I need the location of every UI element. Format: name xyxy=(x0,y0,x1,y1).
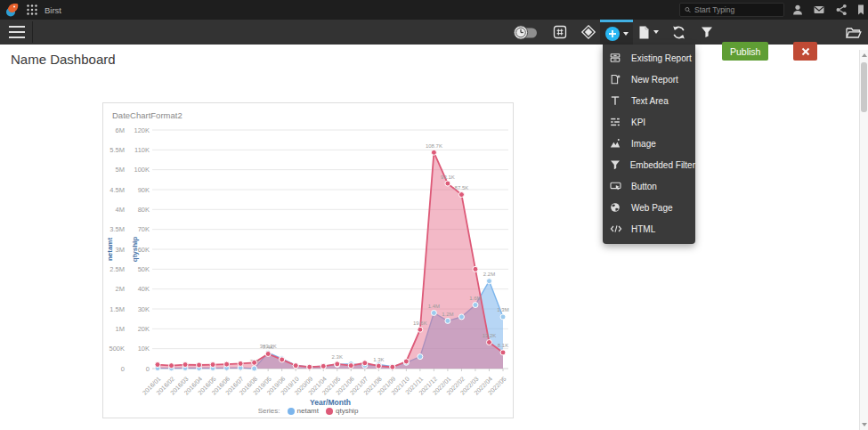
series-qtyship-area xyxy=(158,152,503,369)
add-element-menu: Existing ReportNew ReportText AreaKPIIma… xyxy=(603,45,695,244)
close-icon xyxy=(801,47,810,56)
point-qtyship xyxy=(293,363,298,369)
hamburger-menu-icon[interactable] xyxy=(9,26,25,38)
preview-toggle-button[interactable] xyxy=(510,20,540,45)
menu-item-html[interactable]: HTML xyxy=(603,218,695,239)
point-qtyship xyxy=(500,350,506,355)
new-report-icon xyxy=(610,74,624,85)
point-qtyship xyxy=(431,150,436,155)
point-qtyship xyxy=(473,266,478,272)
page-icon xyxy=(637,25,650,40)
refresh-button[interactable] xyxy=(667,20,690,45)
point-netamt xyxy=(418,354,423,360)
add-element-button[interactable] xyxy=(600,20,633,45)
point-qtyship xyxy=(418,327,423,332)
legend-prefix: Series: xyxy=(258,407,280,415)
point-netamt xyxy=(486,279,491,284)
left-axis-tick: 1.5M xyxy=(110,305,125,313)
point-label: 108.7K xyxy=(426,143,442,149)
diamond-icon xyxy=(580,24,596,40)
menu-item-label: Embedded Filter xyxy=(630,160,695,170)
right-axis-tick: 50K xyxy=(138,265,150,273)
legend-dot-netamt xyxy=(288,408,295,415)
point-netamt xyxy=(458,314,464,320)
point-qtyship xyxy=(486,340,491,345)
left-axis-tick: 4.5M xyxy=(110,186,125,194)
left-axis-tick: 5.5M xyxy=(110,146,125,154)
vertical-scrollbar[interactable] xyxy=(859,50,868,430)
right-axis-tick: 40K xyxy=(138,285,150,293)
menu-item-kpi[interactable]: KPI xyxy=(603,111,695,133)
menu-item-button[interactable]: Button xyxy=(603,175,695,197)
filter-button[interactable] xyxy=(695,20,718,45)
button-icon xyxy=(610,181,624,191)
point-label: 1.2M xyxy=(442,312,453,317)
point-qtyship xyxy=(280,357,285,362)
point-label: 7.4K xyxy=(263,345,273,350)
left-axis-tick: 2M xyxy=(116,285,125,293)
point-qtyship xyxy=(183,362,188,368)
number-format-button[interactable] xyxy=(548,20,572,45)
menu-item-image[interactable]: Image xyxy=(603,133,695,154)
menu-item-new-report[interactable]: New Report xyxy=(603,69,695,90)
right-axis-tick: 120K xyxy=(134,126,150,134)
legend-item-qtyship[interactable]: qtyship xyxy=(336,407,358,415)
point-netamt xyxy=(431,310,436,315)
search-input[interactable] xyxy=(694,5,779,14)
mail-icon[interactable] xyxy=(813,4,825,16)
right-axis-tick: 80K xyxy=(138,206,150,214)
menu-item-embedded-filter[interactable]: Embedded Filter xyxy=(603,154,695,175)
point-label: 19.6K xyxy=(413,320,427,326)
right-axis-tick: 60K xyxy=(138,246,150,254)
bookmark-icon[interactable] xyxy=(855,4,867,16)
point-qtyship xyxy=(403,359,409,364)
left-axis-tick: 0 xyxy=(121,365,125,373)
x-axis-title: Year/Month xyxy=(310,398,351,407)
point-label: 2.2M xyxy=(483,272,495,277)
left-axis-tick: 2.5M xyxy=(110,265,125,273)
left-axis-tick: 3M xyxy=(116,246,125,254)
search-box[interactable] xyxy=(679,3,784,17)
discard-button[interactable] xyxy=(793,42,817,61)
menu-item-label: Button xyxy=(631,182,657,191)
legend-item-netamt[interactable]: netamt xyxy=(297,407,319,415)
point-label: 1.6M xyxy=(469,296,481,301)
theme-button[interactable] xyxy=(577,20,600,45)
scroll-up-arrow[interactable] xyxy=(860,50,868,61)
chart-panel: 00500K10K1M20K1.5M30K2M40K2.5M50K3M60K3.… xyxy=(102,102,514,418)
right-axis-tick: 20K xyxy=(138,325,150,333)
scroll-down-arrow[interactable] xyxy=(860,419,868,430)
point-qtyship xyxy=(348,363,353,369)
point-qtyship xyxy=(335,361,340,367)
user-icon[interactable] xyxy=(791,4,804,16)
image-icon xyxy=(610,138,624,149)
chevron-down-icon xyxy=(623,32,629,36)
share-icon[interactable] xyxy=(835,4,848,16)
point-qtyship xyxy=(238,361,243,366)
page-title: Name Dashboard xyxy=(11,52,116,67)
app-grid-icon[interactable] xyxy=(26,4,38,16)
globe-icon xyxy=(610,202,624,213)
filter-icon xyxy=(610,159,623,170)
funnel-icon xyxy=(700,25,714,39)
menu-item-label: Text Area xyxy=(631,96,669,106)
menu-item-label: Existing Report xyxy=(631,53,692,63)
point-qtyship xyxy=(169,363,174,369)
search-icon xyxy=(685,5,691,14)
menu-item-text-area[interactable]: Text Area xyxy=(603,90,695,111)
date-chart: 00500K10K1M20K1.5M30K2M40K2.5M50K3M60K3.… xyxy=(103,103,513,418)
add-plus-icon xyxy=(605,27,620,41)
hash-icon xyxy=(553,25,567,39)
birst-logo-icon[interactable] xyxy=(4,2,20,18)
menu-item-web-page[interactable]: Web Page xyxy=(603,197,695,218)
point-netamt xyxy=(500,314,506,320)
publish-button[interactable]: Publish xyxy=(722,42,768,61)
legend-dot-qtyship xyxy=(326,408,333,415)
menu-item-existing-report[interactable]: Existing Report xyxy=(603,47,695,69)
dashboards-folder-button[interactable] xyxy=(840,20,865,45)
chart-title: DateChartFormat2 xyxy=(112,110,183,120)
page-layout-button[interactable] xyxy=(635,20,661,45)
scroll-thumb[interactable] xyxy=(861,62,867,112)
point-qtyship xyxy=(307,364,312,369)
point-label: 87.5K xyxy=(455,185,469,191)
